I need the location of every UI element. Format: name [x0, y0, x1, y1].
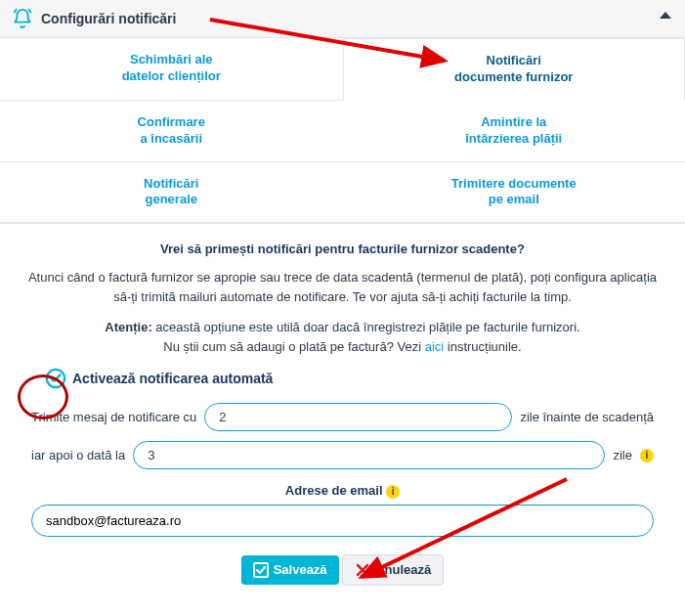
email-input[interactable] [31, 505, 654, 537]
days-before-label-left: Trimite mesaj de notificare cu [31, 410, 196, 424]
tab-client-data-changes[interactable]: Schimbări ale datelor clienților [0, 38, 343, 101]
button-row: Salvează Anulează [31, 554, 654, 586]
tab-send-docs-email[interactable]: Trimitere documente pe email [343, 162, 686, 224]
collapse-icon[interactable] [660, 12, 671, 19]
help-pre: Nu știi cum să adaugi o plată pe factură… [163, 339, 424, 354]
tab-general-notifications[interactable]: Notificări generale [0, 162, 343, 224]
save-button-label: Salvează [274, 562, 327, 577]
check-icon [45, 368, 66, 389]
repeat-days-input[interactable] [133, 441, 605, 469]
help-link[interactable]: aici [425, 339, 445, 354]
cancel-button[interactable]: Anulează [342, 554, 444, 586]
days-before-row: Trimite mesaj de notificare cu zile înai… [31, 403, 654, 431]
help-post: instrucțiunile. [444, 339, 521, 354]
activate-toggle-row[interactable]: Activează notificarea automată [45, 368, 654, 389]
content-heading: Vrei să primești notificări pentru factu… [27, 242, 658, 256]
close-icon [355, 562, 370, 578]
tab-supplier-doc-notifications[interactable]: Notificări documente furnizor [343, 38, 686, 101]
days-before-input[interactable] [204, 403, 512, 431]
content-attention: Atenție: această opțiune este utilă doar… [27, 318, 658, 356]
tabs-container: Schimbări ale datelor clienților Notific… [0, 38, 685, 224]
checkbox-icon [253, 562, 269, 578]
content-paragraph-1: Atunci când o factură furnizor se apropi… [27, 268, 658, 306]
days-before-label-right: zile înainte de scadență [520, 410, 654, 424]
attention-label: Atenție: [105, 320, 151, 334]
save-button[interactable]: Salvează [241, 555, 339, 585]
info-icon[interactable]: i [640, 449, 654, 462]
repeat-days-label-right: zile [613, 448, 632, 462]
repeat-days-label-left: iar apoi o dată la [31, 448, 125, 462]
content-area: Vrei să primești notificări pentru factu… [0, 224, 685, 611]
tab-payment-confirmation[interactable]: Confirmare a încasării [0, 101, 343, 162]
bell-icon [12, 8, 33, 29]
activate-label: Activează notificarea automată [72, 371, 273, 386]
info-icon[interactable]: i [386, 485, 400, 499]
panel-header[interactable]: Configurări notificări [0, 0, 685, 38]
tab-late-payment-reminder[interactable]: Amintire la întârzierea plății [343, 101, 686, 162]
form-area: Activează notificarea automată Trimite m… [27, 368, 658, 586]
attention-text: această opțiune este utilă doar dacă înr… [152, 320, 580, 334]
panel-title: Configurări notificări [41, 11, 176, 26]
email-heading: Adrese de email i [31, 483, 654, 499]
repeat-days-row: iar apoi o dată la zile i [31, 441, 654, 469]
cancel-button-label: Anulează [375, 562, 431, 577]
